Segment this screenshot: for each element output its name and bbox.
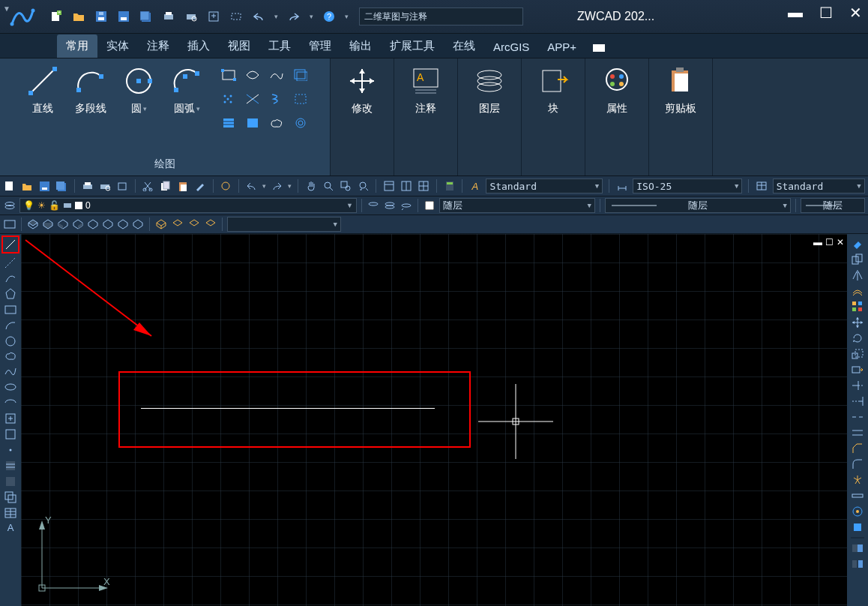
publish-icon[interactable] xyxy=(115,179,128,193)
open-icon[interactable] xyxy=(72,10,85,23)
properties-icon[interactable] xyxy=(382,179,395,193)
helix-icon[interactable] xyxy=(266,88,287,110)
tab-output[interactable]: 输出 xyxy=(340,34,381,58)
table-tool-icon[interactable] xyxy=(4,506,17,520)
toolpalette-icon[interactable] xyxy=(418,179,430,193)
fillet-tool-icon[interactable] xyxy=(851,458,864,471)
polygon-tool-icon[interactable] xyxy=(4,287,17,301)
drawing-canvas[interactable]: ▬ ☐ ✕ Y X xyxy=(21,234,847,606)
undo-dropdown[interactable]: ▾ xyxy=(274,13,278,20)
tab-insert[interactable]: 插入 xyxy=(178,34,219,58)
tab-home[interactable]: 常用 xyxy=(57,34,97,58)
tab-annotation[interactable]: 注释 xyxy=(138,34,178,58)
visualstyle-dropdown[interactable]: ▼ xyxy=(227,217,341,232)
layer-dropdown[interactable]: 💡 ☀ 🔓 0 ▼ xyxy=(19,198,357,213)
color-dropdown[interactable]: 随层▼ xyxy=(439,198,595,213)
tab-tool[interactable]: 工具 xyxy=(259,34,300,58)
model-min-icon[interactable]: ▬ xyxy=(813,237,822,248)
iso-sw-icon[interactable] xyxy=(154,218,168,231)
revcloud-icon[interactable] xyxy=(266,112,287,134)
circle-button[interactable]: 圆▾ xyxy=(116,64,161,134)
redo2-dd[interactable]: ▾ xyxy=(288,182,292,190)
lengthen-tool-icon[interactable] xyxy=(851,505,864,518)
view-left-icon[interactable] xyxy=(56,218,70,231)
iso-se-icon[interactable] xyxy=(171,218,184,231)
tablestyle-dropdown[interactable]: Standard▼ xyxy=(773,178,865,194)
zoom-rt-icon[interactable] xyxy=(322,179,335,193)
copy-icon[interactable] xyxy=(159,179,172,193)
move-tool-icon[interactable] xyxy=(851,316,864,329)
mtext-tool-icon[interactable]: A xyxy=(7,522,14,533)
model-close-icon[interactable]: ✕ xyxy=(837,237,844,248)
designcenter-icon[interactable] xyxy=(400,179,412,193)
close-button[interactable]: ✕ xyxy=(849,4,862,22)
maximize-button[interactable]: ☐ xyxy=(819,4,833,22)
insert-tool-icon[interactable] xyxy=(4,412,17,425)
lineweight-dropdown[interactable]: 随层 xyxy=(801,198,865,213)
saveas-icon[interactable] xyxy=(117,10,130,23)
ellipsearc-tool-icon[interactable] xyxy=(4,396,17,410)
match-icon[interactable] xyxy=(193,179,206,193)
revcloud-tool-icon[interactable] xyxy=(4,350,17,362)
view-se-icon[interactable] xyxy=(131,218,145,231)
construction-icon[interactable] xyxy=(242,88,263,110)
tab-arcgis[interactable]: ArcGIS xyxy=(484,36,538,58)
new2-icon[interactable] xyxy=(3,179,16,193)
prop-button[interactable]: 属性 xyxy=(594,64,639,116)
donut-icon[interactable] xyxy=(290,88,311,110)
annot-button[interactable]: A 注释 xyxy=(403,64,448,116)
gradient-icon[interactable] xyxy=(242,112,263,134)
chamfer-tool-icon[interactable] xyxy=(851,442,864,455)
modify-button[interactable]: 修改 xyxy=(340,64,385,116)
help-icon[interactable]: ? xyxy=(322,10,336,23)
circle-tool-icon[interactable] xyxy=(4,334,17,348)
hatch-tool-icon[interactable] xyxy=(4,459,17,472)
iso-nw-icon[interactable] xyxy=(204,218,217,231)
preview2-icon[interactable] xyxy=(98,179,111,193)
region-icon[interactable] xyxy=(290,64,311,86)
pan-icon[interactable] xyxy=(304,179,317,193)
trim-tool-icon[interactable] xyxy=(851,379,864,392)
view-sw-icon[interactable] xyxy=(116,218,130,231)
ellipse-tool-icon[interactable] xyxy=(4,380,17,394)
layerprev-icon[interactable] xyxy=(400,199,413,212)
tab-manage[interactable]: 管理 xyxy=(300,34,340,58)
dimstyle-dropdown[interactable]: ISO-25▼ xyxy=(633,178,742,194)
polyline-button[interactable]: 多段线 xyxy=(68,64,113,134)
redo2-icon[interactable] xyxy=(271,179,283,193)
new-icon[interactable]: + xyxy=(49,10,63,23)
minimize-button[interactable]: ▬ xyxy=(788,4,803,22)
cut-icon[interactable] xyxy=(142,179,154,193)
paste-icon[interactable] xyxy=(176,179,189,193)
zoom-win-icon[interactable] xyxy=(340,179,352,193)
makeblock-tool-icon[interactable] xyxy=(4,428,17,441)
save2-icon[interactable] xyxy=(38,179,51,193)
layerstate-icon[interactable] xyxy=(383,199,397,212)
view-top-icon[interactable] xyxy=(26,218,40,231)
point-icon[interactable] xyxy=(218,88,239,110)
mirror-tool-icon[interactable] xyxy=(851,268,864,282)
copy-tool-icon[interactable] xyxy=(851,253,864,266)
saveall2-icon[interactable] xyxy=(55,179,68,193)
export-icon[interactable] xyxy=(207,10,220,23)
scale-tool-icon[interactable] xyxy=(851,347,864,361)
view-bottom-icon[interactable] xyxy=(41,218,55,231)
redo-icon[interactable] xyxy=(287,10,301,23)
view-back-icon[interactable] xyxy=(101,218,115,231)
rect-tool-icon[interactable] xyxy=(229,10,243,23)
array-tool-icon[interactable] xyxy=(851,300,864,314)
ring-icon[interactable] xyxy=(290,112,311,134)
point-tool-icon[interactable] xyxy=(4,443,17,457)
help-dropdown[interactable]: ▾ xyxy=(345,13,349,20)
open2-icon[interactable] xyxy=(20,179,33,193)
zoom-prev-icon[interactable] xyxy=(357,179,370,193)
undo-icon[interactable] xyxy=(252,10,265,23)
stretch-tool-icon[interactable] xyxy=(851,363,864,376)
erase-tool-icon[interactable] xyxy=(851,237,864,250)
join-tool-icon[interactable] xyxy=(851,426,864,440)
layerfilter-icon[interactable] xyxy=(367,199,380,212)
tab-solid[interactable]: 实体 xyxy=(97,34,138,58)
align-tool-icon[interactable] xyxy=(851,489,864,502)
tab-ext[interactable]: 扩展工具 xyxy=(381,34,444,58)
arc-button[interactable]: 圆弧▾ xyxy=(164,64,209,134)
